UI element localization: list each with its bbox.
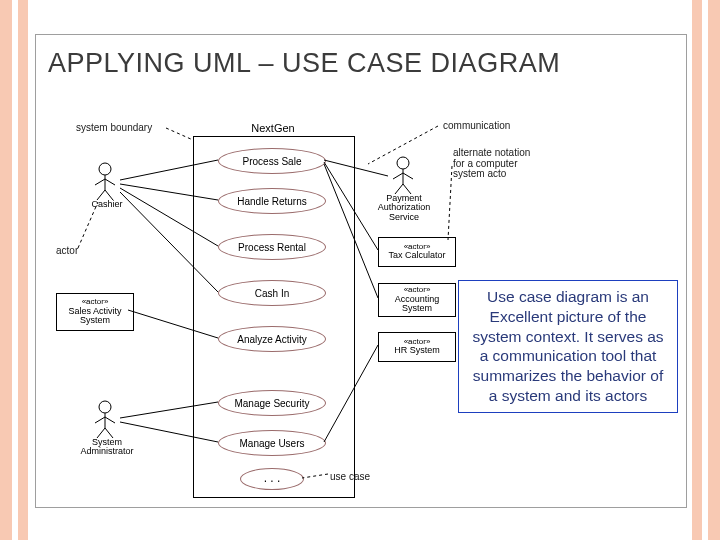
svg-line-31 xyxy=(78,202,98,248)
svg-line-25 xyxy=(324,160,388,176)
stripe-left-outer xyxy=(0,0,12,540)
svg-line-19 xyxy=(120,184,218,200)
svg-line-20 xyxy=(120,188,218,246)
stripe-right-inner xyxy=(692,0,702,540)
svg-line-30 xyxy=(368,126,438,164)
svg-line-18 xyxy=(120,160,218,180)
svg-line-26 xyxy=(324,162,378,250)
slide-title: APPLYING UML – USE CASE DIAGRAM xyxy=(48,48,560,79)
svg-line-24 xyxy=(120,422,218,442)
svg-line-22 xyxy=(128,310,218,338)
svg-line-33 xyxy=(448,166,452,240)
svg-line-32 xyxy=(302,474,328,478)
svg-line-27 xyxy=(324,164,378,298)
use-case-diagram: NextGen system boundary communication ac… xyxy=(48,100,668,500)
stripe-left-inner xyxy=(18,0,28,540)
svg-line-23 xyxy=(120,402,218,418)
stripe-right-outer xyxy=(708,0,720,540)
note-box: Use case diagram is an Excellent picture… xyxy=(458,280,678,413)
svg-line-29 xyxy=(166,128,193,140)
svg-line-21 xyxy=(120,192,218,292)
svg-line-28 xyxy=(324,345,378,442)
